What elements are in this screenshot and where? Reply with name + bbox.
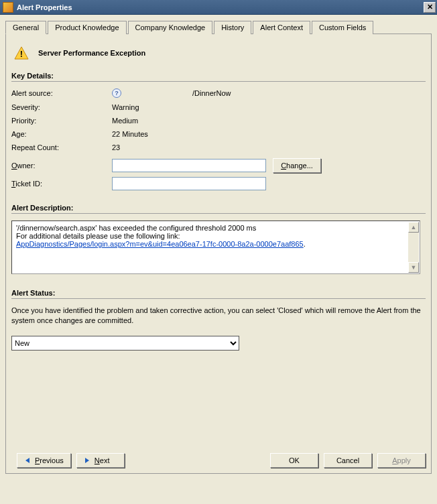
divider: [11, 298, 426, 299]
tab-product-knowledge[interactable]: Product Knowledge: [48, 21, 126, 34]
tab-alert-context[interactable]: Alert Context: [253, 21, 310, 34]
label-priority: Priority:: [11, 117, 112, 125]
tab-content: ! Server Performance Exception Key Detai…: [5, 34, 432, 474]
value-priority: Medium: [112, 117, 426, 125]
close-button[interactable]: ✕: [424, 2, 436, 13]
value-repeat-count: 23: [112, 143, 426, 151]
owner-row: Owner: Change...: [11, 158, 426, 173]
svg-text:!: !: [20, 49, 23, 59]
scroll-up-arrow[interactable]: ▲: [408, 222, 419, 233]
alert-header: ! Server Performance Exception: [14, 46, 426, 60]
title-bar: Alert Properties ✕: [0, 0, 437, 15]
help-icon[interactable]: ?: [112, 88, 121, 98]
alert-status-help: Once you have identified the problem and…: [11, 306, 426, 326]
label-severity: Severity:: [11, 103, 112, 111]
help-icon-cell: ?: [112, 88, 192, 98]
key-details-grid: Alert source: ? /DinnerNow Severity: War…: [11, 88, 426, 151]
description-scrollbar[interactable]: ▲ ▼: [408, 222, 419, 273]
next-button[interactable]: Next: [76, 453, 125, 468]
key-details-heading: Key Details:: [11, 72, 426, 80]
svg-marker-3: [85, 458, 89, 463]
scroll-track[interactable]: [408, 233, 419, 262]
divider: [11, 213, 426, 214]
tab-general[interactable]: General: [5, 21, 46, 34]
cancel-button[interactable]: Cancel: [324, 453, 372, 468]
alert-title: Server Performance Exception: [38, 49, 145, 57]
apply-button[interactable]: Apply: [377, 453, 426, 468]
label-ticket-id: Ticket ID:: [11, 180, 112, 188]
value-age: 22 Minutes: [112, 130, 426, 138]
tab-history[interactable]: History: [214, 21, 251, 34]
divider: [11, 81, 426, 82]
label-alert-source: Alert source:: [11, 89, 112, 97]
alert-description-heading: Alert Description:: [11, 204, 426, 212]
label-repeat-count: Repeat Count:: [11, 143, 112, 151]
previous-button[interactable]: Previous: [17, 453, 71, 468]
tab-strip: General Product Knowledge Company Knowle…: [5, 20, 432, 34]
alert-status-select[interactable]: New: [11, 336, 239, 351]
arrow-left-icon: [24, 457, 31, 464]
window-title: Alert Properties: [17, 3, 424, 11]
change-button[interactable]: Change...: [273, 158, 321, 173]
description-line1: '/dinnernow/search.aspx' has exceeded th…: [16, 224, 416, 232]
value-alert-source: /DinnerNow: [192, 89, 426, 97]
dialog-footer: Previous Next OK Cancel Apply: [11, 453, 426, 468]
owner-input[interactable]: [112, 159, 266, 172]
label-owner: Owner:: [11, 162, 112, 170]
alert-status-heading: Alert Status:: [11, 289, 426, 297]
tab-custom-fields[interactable]: Custom Fields: [312, 21, 373, 34]
alert-description-box: '/dinnernow/search.aspx' has exceeded th…: [11, 220, 420, 274]
svg-marker-2: [25, 458, 29, 463]
scroll-down-arrow[interactable]: ▼: [408, 262, 419, 273]
tab-company-knowledge[interactable]: Company Knowledge: [128, 21, 213, 34]
value-severity: Warning: [112, 103, 426, 111]
arrow-right-icon: [84, 457, 90, 464]
warning-icon: !: [14, 46, 29, 60]
description-line2: For additional details please use the fo…: [16, 232, 416, 240]
description-link[interactable]: AppDiagnostics/Pages/login.aspx?m=ev&uid…: [16, 240, 304, 248]
ticket-id-input[interactable]: [112, 177, 266, 190]
label-age: Age:: [11, 130, 112, 138]
app-icon: [3, 2, 13, 13]
ticket-id-row: Ticket ID:: [11, 177, 426, 190]
ok-button[interactable]: OK: [270, 453, 318, 468]
